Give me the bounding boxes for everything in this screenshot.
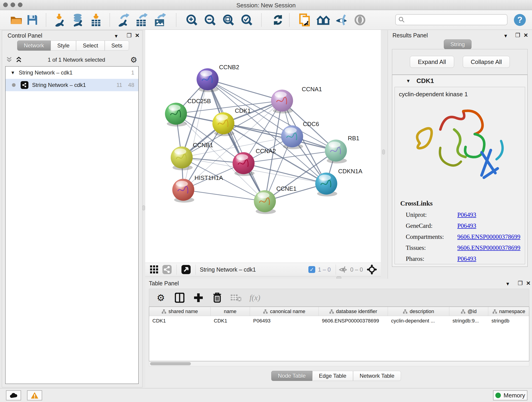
- zoom-in-icon[interactable]: [185, 13, 199, 27]
- column-header-canonical-name[interactable]: canonical name: [250, 307, 319, 316]
- results-panel-collapse-icon[interactable]: ▾: [504, 32, 507, 39]
- crosslink-link[interactable]: 9606.ENSP00000378699: [457, 233, 520, 240]
- crosslink-link[interactable]: P06493: [457, 255, 476, 262]
- network-edge[interactable]: [208, 79, 282, 101]
- column-header-namespace[interactable]: namespace: [488, 307, 529, 316]
- first-neighbors-icon[interactable]: [316, 13, 330, 27]
- function-builder-icon[interactable]: f(x): [249, 293, 260, 302]
- memory-button[interactable]: Memory: [493, 390, 527, 400]
- network-row[interactable]: String Network – cdk1 11 48: [6, 79, 138, 91]
- table-cell[interactable]: cyclin-dependent ...: [388, 316, 449, 326]
- table-row[interactable]: CDK1CDK1P064939606.ENSP00000378699cyclin…: [149, 316, 529, 326]
- column-header-database-identifier[interactable]: database identifier: [319, 307, 388, 316]
- control-panel-close-icon[interactable]: ✕: [135, 32, 139, 39]
- control-panel-float-icon[interactable]: ❐: [127, 32, 132, 39]
- birds-eye-view-icon[interactable]: [181, 264, 191, 275]
- table-panel-collapse-icon[interactable]: ▾: [506, 281, 509, 287]
- delete-table-icon[interactable]: [231, 293, 241, 303]
- import-table-file-icon[interactable]: [89, 13, 103, 27]
- tab-style[interactable]: Style: [51, 41, 76, 51]
- network-options-gear-icon[interactable]: ⚙: [130, 55, 137, 64]
- refresh-view-icon[interactable]: [271, 13, 285, 27]
- search-input[interactable]: [405, 17, 501, 23]
- crosslink-link[interactable]: P06493: [457, 211, 476, 218]
- export-image-icon[interactable]: [152, 13, 167, 27]
- save-session-icon[interactable]: [25, 13, 39, 27]
- expand-all-button[interactable]: Expand All: [410, 56, 454, 68]
- show-all-icon[interactable]: [353, 13, 367, 27]
- table-cell[interactable]: P06493: [250, 316, 319, 326]
- collection-expander-icon[interactable]: ▼: [11, 70, 15, 75]
- network-collection-row[interactable]: ▼ String Network – cdk1 1: [6, 66, 138, 79]
- zoom-out-icon[interactable]: [203, 13, 217, 27]
- gene-section-expander-icon[interactable]: ▼: [406, 78, 411, 84]
- open-session-icon[interactable]: [9, 13, 23, 27]
- network-list-header: 1 of 1 Network selected ⚙: [5, 54, 139, 65]
- add-column-icon[interactable]: [193, 293, 204, 303]
- gene-section-header[interactable]: ▼ CDK1: [392, 75, 527, 87]
- network-view-canvas[interactable]: CCNB2CCNA1CDC25BCDK1CDC6RB1CCNB1CCNA2CDK…: [145, 30, 381, 263]
- delete-column-icon[interactable]: [212, 293, 222, 303]
- export-table-icon[interactable]: [134, 13, 148, 27]
- network-node-ccne1[interactable]: CCNE1: [254, 185, 297, 214]
- warnings-button[interactable]: [27, 390, 42, 400]
- results-panel-close-icon[interactable]: ✕: [524, 32, 528, 38]
- search-box[interactable]: [395, 14, 507, 25]
- show-columns-icon[interactable]: [174, 293, 185, 303]
- tab-network-table[interactable]: Network Table: [353, 371, 401, 381]
- clone-network-icon[interactable]: [298, 13, 312, 27]
- control-panel-collapse-icon[interactable]: ▾: [115, 33, 118, 39]
- tab-sets[interactable]: Sets: [105, 41, 129, 51]
- tab-edge-table[interactable]: Edge Table: [312, 371, 353, 381]
- network-node-ccnb1[interactable]: CCNB1: [171, 142, 213, 170]
- collapse-all-icon[interactable]: [5, 56, 13, 63]
- network-node-hist1h1a[interactable]: HIST1H1A: [172, 174, 223, 203]
- table-cell[interactable]: CDK1: [149, 316, 210, 326]
- results-panel-float-icon[interactable]: ❐: [515, 32, 520, 38]
- zoom-selected-icon[interactable]: [240, 13, 254, 27]
- fit-content-crosshair-icon[interactable]: [367, 264, 377, 275]
- zoom-fit-icon[interactable]: [221, 13, 235, 27]
- help-icon[interactable]: ?: [513, 13, 527, 27]
- column-header-name[interactable]: name: [210, 307, 250, 316]
- import-network-database-icon[interactable]: [70, 13, 85, 27]
- collapse-all-button[interactable]: Collapse All: [463, 56, 510, 68]
- network-node-cdkn1a[interactable]: CDKN1A: [315, 168, 362, 196]
- grid-view-icon[interactable]: [149, 264, 159, 275]
- table-horizontal-scrollbar[interactable]: [149, 361, 529, 366]
- table-panel-float-icon[interactable]: ❐: [518, 280, 523, 287]
- string-network-graph[interactable]: CCNB2CCNA1CDC25BCDK1CDC6RB1CCNB1CCNA2CDK…: [145, 30, 381, 263]
- table-options-gear-icon[interactable]: ⚙: [156, 293, 166, 303]
- tab-network[interactable]: Network: [17, 41, 51, 51]
- table-scrollbar-thumb[interactable]: [150, 362, 191, 365]
- crosslink-link[interactable]: P06493: [457, 222, 476, 230]
- table-cell[interactable]: CDK1: [210, 316, 250, 326]
- left-splitter-handle[interactable]: [142, 205, 145, 211]
- column-header-description[interactable]: description: [388, 307, 449, 316]
- table-cell[interactable]: stringdb: [488, 316, 529, 326]
- network-edge[interactable]: [208, 79, 265, 201]
- table-panel-close-icon[interactable]: ✕: [526, 280, 531, 287]
- table-cell[interactable]: stringdb:9...: [449, 316, 488, 326]
- hide-selected-icon[interactable]: [335, 13, 349, 27]
- hidden-eye-icon[interactable]: [338, 264, 348, 275]
- tab-string[interactable]: String: [444, 39, 472, 50]
- tab-node-table[interactable]: Node Table: [271, 371, 312, 381]
- crosslink-link[interactable]: 9606.ENSP00000378699: [457, 244, 520, 251]
- import-network-file-icon[interactable]: [52, 13, 66, 27]
- expand-all-icon[interactable]: [15, 56, 23, 63]
- right-splitter-handle[interactable]: [382, 149, 385, 154]
- column-header--id[interactable]: @id: [449, 307, 488, 316]
- network-node-ccnb2[interactable]: CCNB2: [196, 64, 239, 92]
- cloud-status-button[interactable]: [6, 390, 21, 400]
- export-network-icon[interactable]: [116, 13, 130, 27]
- column-header-shared-name[interactable]: shared name: [149, 307, 210, 316]
- network-edge[interactable]: [183, 190, 265, 201]
- selected-nodes-checkbox[interactable]: ✓: [308, 266, 315, 273]
- network-node-ccna1[interactable]: CCNA1: [271, 86, 322, 114]
- tab-select[interactable]: Select: [76, 41, 105, 51]
- table-cell[interactable]: 9606.ENSP00000378699: [319, 316, 388, 326]
- share-view-icon[interactable]: [162, 264, 172, 275]
- network-node-rb1[interactable]: RB1: [325, 135, 360, 163]
- node-attribute-table[interactable]: shared namenamecanonical namedatabase id…: [149, 307, 529, 361]
